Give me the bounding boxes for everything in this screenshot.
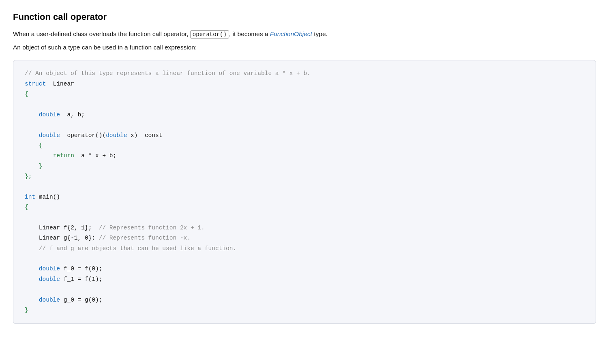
- code-line-23: double g_0 = g(0);: [25, 295, 584, 305]
- code-line-3: {: [25, 89, 584, 99]
- code-line-9: return a * x + b;: [25, 151, 584, 161]
- code-line-1: // An object of this type represents a l…: [25, 69, 584, 79]
- code-line-4: [25, 99, 584, 109]
- code-line-12: [25, 182, 584, 192]
- code-line-19: [25, 254, 584, 264]
- code-line-2: struct Linear: [25, 79, 584, 89]
- code-line-24: }: [25, 305, 584, 315]
- code-line-5: double a, b;: [25, 110, 584, 120]
- code-line-15: [25, 213, 584, 223]
- code-line-6: [25, 120, 584, 130]
- code-line-18: // f and g are objects that can be used …: [25, 244, 584, 254]
- code-line-17: Linear g{-1, 0}; // Represents function …: [25, 233, 584, 243]
- intro-text-before: When a user-defined class overloads the …: [13, 30, 190, 37]
- code-line-14: {: [25, 202, 584, 212]
- code-line-10: }: [25, 161, 584, 171]
- code-line-20: double f_0 = f(0);: [25, 264, 584, 274]
- page-title: Function call operator: [13, 10, 596, 24]
- operator-inline-code: operator(): [190, 30, 229, 39]
- code-line-8: {: [25, 141, 584, 151]
- code-line-22: [25, 285, 584, 295]
- intro-paragraph-1: When a user-defined class overloads the …: [13, 29, 596, 40]
- intro-paragraph-2: An object of such a type can be used in …: [13, 42, 596, 53]
- intro-text-end: type.: [312, 30, 328, 37]
- intro-text-after: , it becomes a: [229, 30, 270, 37]
- function-object-link[interactable]: FunctionObject: [270, 30, 312, 37]
- code-block: // An object of this type represents a l…: [13, 60, 596, 324]
- code-line-13: int main(): [25, 192, 584, 202]
- code-line-7: double operator()(double x) const: [25, 131, 584, 141]
- code-line-16: Linear f{2, 1}; // Represents function 2…: [25, 223, 584, 233]
- code-line-21: double f_1 = f(1);: [25, 274, 584, 285]
- code-line-11: };: [25, 171, 584, 182]
